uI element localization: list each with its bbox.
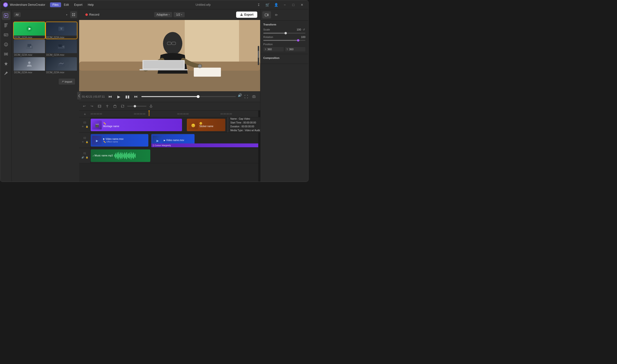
panel-collapse-btn[interactable]: ❮: [77, 92, 81, 100]
tooltip-line-duration: Duration : 00:00:00:00: [230, 125, 260, 129]
ruler-mark-0: 00:00:00:00: [91, 113, 102, 115]
playback-controls: ⏮ ▶ ▮▮ ⏭: [107, 93, 236, 100]
tooltip-duration: Duration : 00:00:00:00: [230, 125, 254, 129]
media-panel: All: [12, 9, 79, 88]
main-content: All: [0, 9, 308, 182]
close-btn[interactable]: ✕: [299, 2, 305, 7]
preview-bg: [79, 20, 260, 91]
y-value[interactable]: 360: [289, 48, 293, 51]
rotation-slider[interactable]: [263, 40, 305, 41]
svg-point-24: [30, 46, 31, 48]
clip-sticker[interactable]: 😊 😊 Sticker name: [187, 119, 225, 131]
timeline-inner: + 00:00:00:00 00:00:00:00 00:00:00:00 00…: [79, 111, 260, 163]
clip-name-montage: Montage name: [103, 125, 119, 128]
sidebar-icon-media[interactable]: [2, 11, 10, 20]
rpanel-tab-video[interactable]: [262, 11, 271, 18]
media-item-1[interactable]: DCIM_0234.mov: [14, 22, 45, 39]
fullscreen-btn[interactable]: [243, 93, 250, 100]
track-eye-02[interactable]: 👁: [81, 140, 84, 144]
clip-effect-video1: Effect name: [107, 141, 118, 143]
scale-reset-btn[interactable]: ↺: [302, 28, 305, 31]
zoom-slider[interactable]: [127, 106, 147, 107]
minimize-btn[interactable]: −: [281, 2, 288, 7]
track-lock-03[interactable]: 🔒: [85, 125, 89, 128]
skip-to-end-btn[interactable]: ⏭: [133, 93, 139, 100]
sidebar-icon-text[interactable]: [2, 21, 10, 29]
media-item-4[interactable]: DCIM_0234.mov: [46, 40, 77, 56]
transform-btn[interactable]: [120, 103, 126, 109]
track-header-02: 02 👁 🔒: [79, 133, 91, 148]
record-button[interactable]: Record: [82, 12, 103, 18]
grid-view-btn[interactable]: [70, 11, 77, 18]
video2-icon: ▶: [164, 139, 165, 142]
volume-btn[interactable]: 🔊: [238, 93, 242, 100]
user-btn[interactable]: 👤: [273, 2, 279, 7]
wave-bar: [128, 153, 128, 158]
media-item-3[interactable]: DCIM_0234.mov: [14, 40, 45, 56]
sidebar-icon-stickers[interactable]: [2, 40, 10, 49]
wave-bar: [125, 154, 125, 158]
wave-bar: [120, 153, 121, 158]
svg-rect-40: [194, 67, 221, 77]
sidebar-icon-transitions[interactable]: [2, 50, 10, 58]
clip-montage[interactable]: 🎬 ✏️ Montage name: [91, 119, 182, 131]
menu-edit[interactable]: Edit: [62, 2, 71, 7]
redo-btn[interactable]: ↪: [89, 103, 95, 109]
menu-export[interactable]: Export: [72, 2, 85, 7]
wave-bar: [116, 153, 116, 158]
wave-bar: [115, 154, 115, 158]
scale-slider-fill: [263, 33, 284, 34]
menu-help[interactable]: Help: [85, 2, 96, 7]
undo-btn[interactable]: ↩: [81, 103, 87, 109]
subtitle-bar[interactable]: || Cursur Margrerty ||: [151, 143, 260, 147]
add-track-btn[interactable]: +: [79, 112, 91, 116]
track-lock-01[interactable]: 🔒: [85, 156, 89, 159]
media-item-5[interactable]: DCIM_0234.mov: [14, 57, 45, 74]
delete-btn[interactable]: [112, 103, 118, 109]
pause-btn[interactable]: ▮▮: [124, 93, 131, 100]
import-button[interactable]: ↗ Import: [59, 78, 75, 85]
progress-bar[interactable]: [141, 96, 236, 97]
cart-btn[interactable]: 🛒: [264, 2, 271, 7]
track-eye-03[interactable]: 👁: [81, 125, 84, 128]
sidebar-icons: [0, 9, 12, 182]
clip-video1[interactable]: ▶ ▶ Video name.mov ✏️ Effect: [91, 134, 148, 147]
play-btn[interactable]: ▶: [115, 93, 122, 100]
ruler-mark-3: 00:00:00:00: [220, 113, 232, 115]
media-item-6[interactable]: DCIM_0234.mov: [46, 57, 77, 74]
media-filter-select[interactable]: All: [14, 12, 21, 17]
zoom-control: [127, 106, 147, 107]
svg-rect-8: [6, 34, 7, 35]
svg-rect-14: [74, 13, 75, 14]
clip-music[interactable]: ♪ Music name.mp3: [91, 149, 150, 162]
mic-btn[interactable]: [148, 103, 154, 109]
x-value[interactable]: 360: [267, 48, 272, 51]
wave-bar: [124, 152, 125, 159]
quality-dropdown[interactable]: Adaptive ▾: [154, 12, 172, 17]
maximize-btn[interactable]: □: [290, 2, 297, 7]
sidebar-icon-pin[interactable]: [2, 69, 10, 78]
skip-to-start-btn[interactable]: ⏮: [107, 93, 113, 100]
wave-bar: [126, 152, 127, 159]
split-btn[interactable]: [104, 103, 110, 109]
track-speaker-01[interactable]: 🔊: [81, 156, 84, 159]
ratio-dropdown[interactable]: 1/2 ▾: [174, 12, 185, 17]
trim-btn[interactable]: [96, 103, 103, 109]
export-button[interactable]: Export: [236, 12, 257, 18]
screenshot-btn[interactable]: [251, 93, 257, 100]
svg-rect-4: [4, 26, 7, 26]
clip-video2-name-row: ▶ Video name.mov: [164, 139, 184, 142]
track-lock-02[interactable]: 🔒: [85, 140, 89, 144]
ratio-label: 1/2: [176, 13, 180, 16]
x-label: X: [265, 48, 267, 51]
sidebar-icon-effects[interactable]: [2, 59, 10, 68]
timeline-area[interactable]: + 00:00:00:00 00:00:00:00 00:00:00:00 00…: [79, 111, 260, 182]
track-ctrl-03: 👁 🔒: [81, 125, 89, 128]
media-label-6: DCIM_0234.mov: [46, 71, 77, 74]
media-item-2[interactable]: DCIM_0234.mov: [46, 22, 77, 39]
rpanel-tab-audio[interactable]: [272, 11, 281, 18]
scale-slider[interactable]: [263, 33, 305, 34]
menu-files[interactable]: Files: [50, 2, 61, 7]
import-ctrl-btn[interactable]: ↧: [255, 2, 262, 7]
sidebar-icon-captions[interactable]: [2, 30, 10, 39]
